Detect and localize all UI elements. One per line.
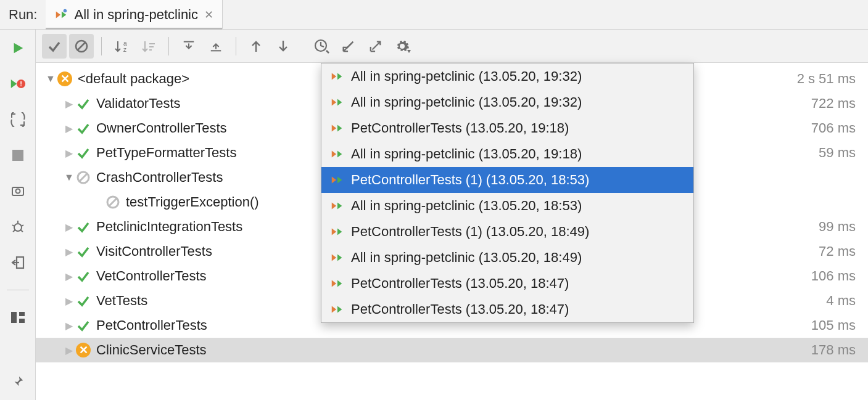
close-icon[interactable]: ✕ — [204, 8, 213, 22]
tab-strip: Run: All in spring-petclinic ✕ — [0, 0, 868, 30]
pin-button[interactable] — [8, 372, 28, 391]
warning-icon: ✕ — [75, 342, 91, 358]
stop-button[interactable] — [8, 145, 28, 165]
sidebar-divider — [7, 290, 29, 290]
tree-label: PetTypeFormatterTests — [96, 145, 236, 161]
run-config-icon — [330, 173, 344, 187]
history-item[interactable]: PetControllerTests (13.05.20, 18:47) — [321, 271, 693, 296]
history-item[interactable]: PetControllerTests (1) (13.05.20, 18:49) — [321, 219, 693, 245]
tab-run-config[interactable]: All in spring-petclinic ✕ — [46, 0, 223, 29]
exit-button[interactable] — [8, 253, 28, 272]
svg-line-15 — [20, 230, 23, 232]
test-history-button[interactable] — [309, 34, 334, 59]
history-item[interactable]: All in spring-petclinic (13.05.20, 18:53… — [321, 193, 693, 219]
history-item[interactable]: PetControllerTests (1) (13.05.20, 18:53) — [321, 167, 693, 193]
run-config-icon — [330, 251, 344, 264]
tree-label: ClinicServiceTests — [96, 342, 207, 358]
svg-marker-55 — [332, 203, 336, 210]
svg-marker-48 — [337, 99, 342, 106]
sort-duration-button[interactable] — [136, 34, 161, 59]
history-item-label: PetControllerTests (1) (13.05.20, 18:49) — [351, 224, 589, 240]
svg-marker-54 — [337, 177, 342, 184]
history-item[interactable]: PetControllerTests (13.05.20, 18:47) — [321, 296, 693, 322]
toggle-auto-test-button[interactable] — [8, 110, 28, 129]
svg-line-44 — [109, 198, 117, 206]
tree-label: CrashControllerTests — [96, 169, 223, 186]
pass-icon — [75, 145, 91, 161]
svg-marker-59 — [332, 255, 336, 261]
run-config-icon — [330, 96, 344, 109]
duration: 99 ms — [819, 219, 856, 235]
chevron-right-icon[interactable]: ▶ — [63, 147, 75, 159]
svg-marker-58 — [337, 229, 342, 235]
chevron-right-icon[interactable]: ▶ — [63, 221, 75, 233]
duration: 72 ms — [819, 243, 856, 259]
layout-button[interactable] — [8, 308, 28, 327]
duration: 178 ms — [811, 342, 856, 358]
chevron-right-icon[interactable]: ▶ — [63, 345, 75, 356]
history-item[interactable]: All in spring-petclinic (13.05.20, 19:32… — [321, 89, 693, 115]
warning-icon: ✕ — [57, 71, 73, 87]
svg-line-42 — [80, 174, 87, 181]
import-tests-button[interactable] — [336, 34, 361, 59]
show-ignored-button[interactable] — [69, 34, 94, 59]
chevron-right-icon[interactable]: ▶ — [63, 295, 75, 307]
svg-line-22 — [78, 43, 85, 50]
svg-marker-49 — [332, 125, 336, 132]
chevron-right-icon[interactable]: ▶ — [63, 98, 75, 110]
svg-marker-45 — [332, 73, 336, 80]
pass-icon — [75, 293, 91, 309]
settings-button[interactable] — [391, 34, 415, 59]
svg-marker-57 — [332, 229, 336, 235]
prev-failed-button[interactable] — [244, 34, 268, 59]
duration: 706 ms — [811, 120, 856, 136]
history-item[interactable]: PetControllerTests (13.05.20, 19:18) — [321, 115, 693, 141]
run-config-icon — [330, 70, 344, 83]
debug-button[interactable] — [8, 217, 28, 237]
chevron-down-icon[interactable]: ▼ — [44, 73, 57, 84]
pass-icon — [75, 243, 91, 259]
duration: 4 ms — [826, 293, 856, 309]
svg-marker-47 — [332, 99, 336, 106]
history-item[interactable]: All in spring-petclinic (13.05.20, 18:49… — [321, 245, 693, 271]
svg-marker-64 — [337, 306, 342, 313]
pass-icon — [75, 219, 91, 235]
chevron-right-icon[interactable]: ▶ — [63, 246, 75, 258]
duration: 105 ms — [811, 317, 856, 333]
run-button[interactable] — [8, 38, 28, 58]
tree-label: ValidatorTests — [96, 96, 181, 112]
collapse-all-button[interactable] — [204, 34, 228, 59]
run-config-icon — [54, 8, 68, 22]
svg-rect-18 — [11, 312, 17, 323]
dump-threads-button[interactable] — [8, 181, 28, 201]
rerun-failed-button[interactable]: ! — [8, 74, 28, 94]
svg-marker-3 — [14, 43, 23, 54]
sort-alpha-button[interactable]: az — [109, 34, 134, 59]
next-failed-button[interactable] — [271, 34, 296, 59]
expand-all-button[interactable] — [176, 34, 201, 59]
history-item-label: All in spring-petclinic (13.05.20, 19:18… — [351, 146, 582, 162]
tree-label: VisitControllerTests — [96, 243, 212, 259]
show-passed-button[interactable] — [42, 34, 67, 59]
chevron-right-icon[interactable]: ▶ — [63, 271, 75, 282]
chevron-right-icon[interactable]: ▶ — [63, 320, 75, 332]
toolbar-sep-2 — [168, 37, 169, 55]
pass-icon — [75, 317, 91, 333]
test-toolbar: az — [36, 30, 868, 63]
svg-marker-56 — [337, 203, 342, 210]
history-item-label: All in spring-petclinic (13.05.20, 19:32… — [351, 68, 582, 84]
test-history-dropdown[interactable]: All in spring-petclinic (13.05.20, 19:32… — [321, 63, 694, 323]
skip-icon — [75, 169, 91, 186]
export-tests-button[interactable] — [363, 34, 388, 59]
history-item[interactable]: All in spring-petclinic (13.05.20, 19:32… — [321, 63, 693, 89]
toolbar-sep-3 — [236, 37, 236, 55]
chevron-right-icon[interactable]: ▶ — [63, 123, 75, 134]
svg-marker-40 — [407, 50, 411, 53]
run-config-icon — [330, 277, 344, 290]
tab-title: All in spring-petclinic — [74, 7, 198, 23]
history-item[interactable]: All in spring-petclinic (13.05.20, 19:18… — [321, 141, 693, 167]
toolbar-sep-1 — [101, 37, 102, 55]
svg-rect-20 — [19, 319, 25, 323]
tree-row[interactable]: ▶ ✕ ClinicServiceTests 178 ms — [36, 338, 868, 362]
chevron-down-icon[interactable]: ▼ — [63, 172, 75, 183]
